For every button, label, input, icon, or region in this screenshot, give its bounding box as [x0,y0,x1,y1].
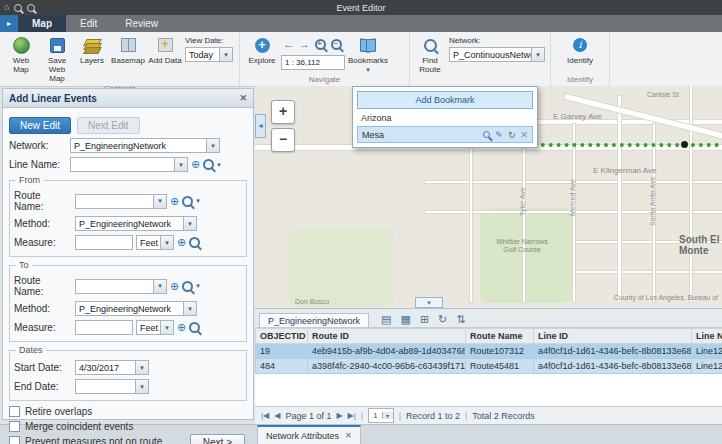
explore-button[interactable]: + Explore [243,35,281,66]
line-name-select[interactable]: ▾ [70,157,188,172]
zoom-in-tool-icon[interactable]: + [315,39,326,50]
sort-icon[interactable]: ⇅ [456,313,465,325]
chevron-down-icon[interactable]: ▾ [196,197,200,205]
panel-close-icon[interactable]: ✕ [239,93,247,103]
checkbox[interactable] [9,421,20,432]
col-header-objectid[interactable]: OBJECTID [256,329,308,344]
bookmark-item-arizona[interactable]: Arizona [357,110,533,125]
table-row[interactable]: 484 a398f4fc-2940-4c00-96b6-c63439f1711 … [256,359,722,374]
bookmark-refresh-icon[interactable]: ↻ [508,130,516,140]
identify-button[interactable]: i Identify [559,35,601,66]
save-web-map-button[interactable]: Save Web Map [39,35,75,84]
tab-map[interactable]: Map [18,15,66,32]
new-edit-button[interactable]: New Edit [9,117,71,134]
find-route-icon [424,39,437,52]
checkbox[interactable] [9,406,20,417]
previous-page-icon[interactable]: ◀ [274,411,280,420]
tab-edit[interactable]: Edit [66,15,111,32]
col-header-line-id[interactable]: Line ID [534,329,692,344]
zoom-out-icon[interactable] [27,4,35,12]
map-scale-input[interactable]: 1 : 36,112 [281,55,345,70]
bookmark-delete-icon[interactable]: ✕ [520,130,528,140]
map-zoom-in-button[interactable]: + [271,100,295,124]
network-attributes-tab[interactable]: Network Attributes ✕ [257,425,361,444]
cell[interactable]: Route45481 [466,359,534,374]
next-button[interactable]: Next > [190,434,245,444]
from-unit-select[interactable]: Feet▾ [136,235,174,250]
refresh-icon[interactable]: ↻ [438,313,447,325]
ribbon-network-select[interactable]: P_ContinuousNetwork ▾ [449,47,545,62]
network-select[interactable]: P_EngineeringNetwork ▾ [70,138,220,153]
select-on-map-icon[interactable]: ⊕ [177,237,186,248]
to-route-name-select[interactable]: ▾ [75,279,167,294]
tab-review[interactable]: Review [111,15,172,32]
col-header-route-name[interactable]: Route Name [466,329,534,344]
col-header-line-name[interactable]: Line Name [692,329,722,344]
merge-coincident-events-option[interactable]: Merge coincident events [9,421,247,432]
cell[interactable]: Line12320 [692,344,722,359]
select-on-map-icon[interactable]: ⊕ [177,322,186,333]
next-extent-icon[interactable]: → [299,38,310,50]
cell[interactable]: 4eb9415b-af9b-4d04-ab89-1d40347682b [308,344,466,359]
find-route-button[interactable]: Find Route [413,35,447,75]
attribute-panel-tab[interactable]: P_EngineeringNetwork [259,313,369,327]
search-icon[interactable] [182,196,193,207]
chevron-down-icon[interactable]: ▾ [217,161,221,169]
map-zoom-out-button[interactable]: − [271,128,295,152]
bookmarks-button[interactable]: Bookmarks ▾ [345,35,391,75]
app-menu-button[interactable]: ▸ [0,15,18,32]
layers-button[interactable]: Layers [75,35,109,66]
last-page-icon[interactable]: ▶| [348,411,356,420]
search-icon[interactable] [182,281,193,292]
previous-extent-icon[interactable]: ← [283,38,294,50]
cell[interactable]: 19 [256,344,308,359]
attribute-panel-collapse-arrow[interactable]: ▾ [415,297,443,308]
table-view-icon[interactable]: ▤ [381,313,391,325]
cell[interactable]: Line12320 [692,359,722,374]
col-header-route-id[interactable]: Route ID [308,329,466,344]
web-map-button[interactable]: Web Map [3,35,39,75]
from-measure-input[interactable] [75,235,133,250]
zoom-out-tool-icon[interactable]: − [331,39,342,50]
cell[interactable]: 484 [256,359,308,374]
zoom-to-selection-icon[interactable]: ⊞ [420,313,429,325]
from-route-name-select[interactable]: ▾ [75,194,167,209]
cell[interactable]: a4f0cf1d-1d61-4346-befc-8b08133e681e [534,344,692,359]
selection-grid-icon[interactable]: ▦ [400,313,410,325]
start-date-input[interactable]: 4/30/2017▾ [75,360,149,375]
search-icon[interactable] [203,159,214,170]
home-icon[interactable]: ⌂ [4,1,9,14]
close-icon[interactable]: ✕ [345,431,352,440]
view-date-select[interactable]: Today ▾ [185,47,233,62]
from-method-select[interactable]: P_EngineeringNetwork▾ [75,216,197,231]
select-on-map-icon[interactable]: ⊕ [191,159,200,170]
page-size-select[interactable]: 1 ▾ [368,408,393,423]
panel-collapse-arrow[interactable]: ◂ [255,114,266,138]
cell[interactable]: a4f0cf1d-1d61-4346-befc-8b08133e681e [534,359,692,374]
bookmark-edit-icon[interactable]: ✎ [495,130,503,140]
to-unit-select[interactable]: Feet▾ [136,320,174,335]
bookmark-item-mesa[interactable]: Mesa ✎ ↻ ✕ [357,126,533,143]
search-icon[interactable] [189,237,200,248]
zoom-in-icon[interactable] [14,4,22,12]
add-data-button[interactable]: + Add Data [147,35,183,66]
table-row[interactable]: 19 4eb9415b-af9b-4d04-ab89-1d40347682b R… [256,344,722,359]
first-page-icon[interactable]: |◀ [261,411,269,420]
basemap-button[interactable]: Basemap [109,35,147,66]
checkbox[interactable] [9,436,20,444]
route-end-marker [681,141,688,148]
to-measure-input[interactable] [75,320,133,335]
retire-overlaps-option[interactable]: Retire overlaps [9,406,247,417]
chevron-down-icon[interactable]: ▾ [196,282,200,290]
place-label: South El Monte [679,234,722,256]
select-on-map-icon[interactable]: ⊕ [170,281,179,292]
add-bookmark-button[interactable]: Add Bookmark [357,91,533,109]
bookmark-zoom-icon[interactable] [483,131,490,138]
to-method-select[interactable]: P_EngineeringNetwork▾ [75,301,197,316]
select-on-map-icon[interactable]: ⊕ [170,196,179,207]
cell[interactable]: Route107312 [466,344,534,359]
next-page-icon[interactable]: ▶ [336,411,342,420]
search-icon[interactable] [189,322,200,333]
cell[interactable]: a398f4fc-2940-4c00-96b6-c63439f1711 [308,359,466,374]
end-date-input[interactable]: ▾ [75,379,149,394]
